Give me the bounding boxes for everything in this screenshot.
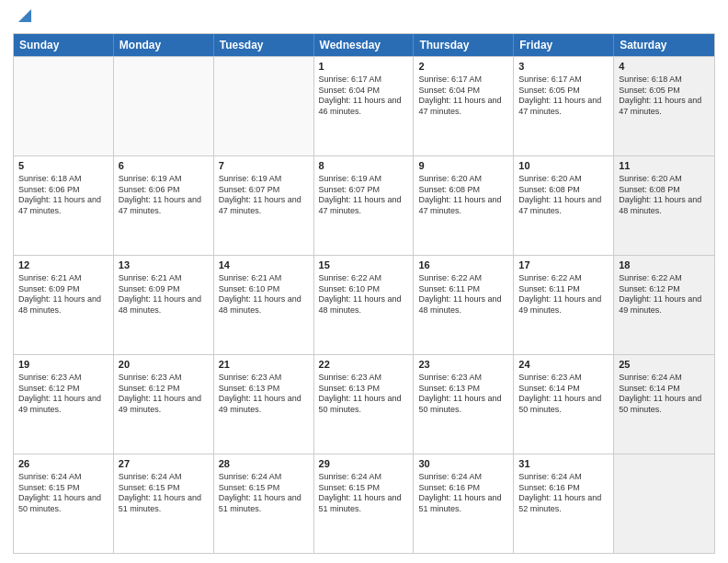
calendar-row-1: 5Sunrise: 6:18 AM Sunset: 6:06 PM Daylig…: [14, 155, 714, 255]
cal-cell-2-5: 17Sunrise: 6:22 AM Sunset: 6:11 PM Dayli…: [514, 256, 614, 354]
cell-info: Sunrise: 6:23 AM Sunset: 6:13 PM Dayligh…: [219, 373, 309, 416]
header-day-friday: Friday: [514, 34, 614, 56]
calendar-body: 1Sunrise: 6:17 AM Sunset: 6:04 PM Daylig…: [14, 56, 714, 553]
header-day-wednesday: Wednesday: [314, 34, 415, 56]
header-day-saturday: Saturday: [614, 34, 714, 56]
cell-info: Sunrise: 6:18 AM Sunset: 6:05 PM Dayligh…: [619, 75, 710, 118]
cal-cell-0-6: 4Sunrise: 6:18 AM Sunset: 6:05 PM Daylig…: [614, 57, 714, 155]
cell-info: Sunrise: 6:24 AM Sunset: 6:14 PM Dayligh…: [619, 373, 710, 416]
cell-info: Sunrise: 6:23 AM Sunset: 6:12 PM Dayligh…: [18, 373, 108, 416]
cal-cell-2-3: 15Sunrise: 6:22 AM Sunset: 6:10 PM Dayli…: [314, 256, 415, 354]
day-number: 11: [619, 159, 710, 173]
cal-cell-0-0: [14, 57, 114, 155]
cal-cell-1-1: 6Sunrise: 6:19 AM Sunset: 6:06 PM Daylig…: [114, 156, 214, 255]
day-number: 26: [18, 457, 108, 471]
cell-info: Sunrise: 6:19 AM Sunset: 6:07 PM Dayligh…: [319, 174, 409, 217]
header-day-sunday: Sunday: [14, 34, 114, 56]
day-number: 20: [119, 358, 209, 372]
cell-info: Sunrise: 6:17 AM Sunset: 6:04 PM Dayligh…: [319, 75, 409, 118]
cal-cell-4-0: 26Sunrise: 6:24 AM Sunset: 6:15 PM Dayli…: [14, 454, 114, 553]
header: [13, 9, 715, 26]
cal-cell-2-0: 12Sunrise: 6:21 AM Sunset: 6:09 PM Dayli…: [14, 256, 114, 354]
day-number: 25: [619, 358, 710, 372]
cal-cell-3-5: 24Sunrise: 6:23 AM Sunset: 6:14 PM Dayli…: [514, 355, 614, 454]
cell-info: Sunrise: 6:22 AM Sunset: 6:11 PM Dayligh…: [418, 273, 508, 316]
day-number: 14: [219, 259, 309, 272]
cal-cell-2-4: 16Sunrise: 6:22 AM Sunset: 6:11 PM Dayli…: [414, 256, 514, 354]
day-number: 8: [319, 159, 409, 173]
calendar-row-3: 19Sunrise: 6:23 AM Sunset: 6:12 PM Dayli…: [14, 354, 714, 454]
cell-info: Sunrise: 6:23 AM Sunset: 6:14 PM Dayligh…: [518, 373, 609, 416]
cell-info: Sunrise: 6:23 AM Sunset: 6:13 PM Dayligh…: [418, 373, 508, 416]
cell-info: Sunrise: 6:21 AM Sunset: 6:10 PM Dayligh…: [219, 273, 309, 316]
day-number: 18: [619, 259, 710, 272]
cal-cell-1-3: 8Sunrise: 6:19 AM Sunset: 6:07 PM Daylig…: [314, 156, 415, 255]
day-number: 7: [219, 159, 309, 173]
day-number: 3: [518, 60, 609, 74]
cell-info: Sunrise: 6:22 AM Sunset: 6:10 PM Dayligh…: [319, 273, 409, 316]
cell-info: Sunrise: 6:20 AM Sunset: 6:08 PM Dayligh…: [518, 174, 609, 217]
cal-cell-3-2: 21Sunrise: 6:23 AM Sunset: 6:13 PM Dayli…: [214, 355, 314, 454]
day-number: 15: [319, 259, 409, 272]
cal-cell-4-3: 29Sunrise: 6:24 AM Sunset: 6:15 PM Dayli…: [314, 454, 415, 553]
cell-info: Sunrise: 6:23 AM Sunset: 6:12 PM Dayligh…: [119, 373, 209, 416]
header-day-monday: Monday: [114, 34, 214, 56]
day-number: 6: [119, 159, 209, 173]
calendar-row-2: 12Sunrise: 6:21 AM Sunset: 6:09 PM Dayli…: [14, 255, 714, 354]
cal-cell-0-5: 3Sunrise: 6:17 AM Sunset: 6:05 PM Daylig…: [514, 57, 614, 155]
day-number: 12: [18, 259, 108, 272]
day-number: 4: [619, 60, 710, 74]
page: SundayMondayTuesdayWednesdayThursdayFrid…: [0, 0, 728, 563]
cal-cell-2-1: 13Sunrise: 6:21 AM Sunset: 6:09 PM Dayli…: [114, 256, 214, 354]
cell-info: Sunrise: 6:24 AM Sunset: 6:16 PM Dayligh…: [518, 472, 609, 515]
cal-cell-1-4: 9Sunrise: 6:20 AM Sunset: 6:08 PM Daylig…: [414, 156, 514, 255]
day-number: 17: [518, 259, 609, 272]
day-number: 13: [119, 259, 209, 272]
cal-cell-4-1: 27Sunrise: 6:24 AM Sunset: 6:15 PM Dayli…: [114, 454, 214, 553]
cell-info: Sunrise: 6:24 AM Sunset: 6:15 PM Dayligh…: [18, 472, 108, 515]
calendar-header: SundayMondayTuesdayWednesdayThursdayFrid…: [14, 34, 714, 56]
cal-cell-1-6: 11Sunrise: 6:20 AM Sunset: 6:08 PM Dayli…: [614, 156, 714, 255]
day-number: 30: [418, 457, 508, 471]
cell-info: Sunrise: 6:22 AM Sunset: 6:12 PM Dayligh…: [619, 273, 710, 316]
header-day-thursday: Thursday: [414, 34, 514, 56]
cell-info: Sunrise: 6:24 AM Sunset: 6:16 PM Dayligh…: [418, 472, 508, 515]
cal-cell-0-2: [214, 57, 314, 155]
cal-cell-4-4: 30Sunrise: 6:24 AM Sunset: 6:16 PM Dayli…: [414, 454, 514, 553]
cell-info: Sunrise: 6:21 AM Sunset: 6:09 PM Dayligh…: [18, 273, 108, 316]
day-number: 21: [219, 358, 309, 372]
cell-info: Sunrise: 6:17 AM Sunset: 6:04 PM Dayligh…: [418, 75, 508, 118]
cell-info: Sunrise: 6:19 AM Sunset: 6:06 PM Dayligh…: [119, 174, 209, 217]
cell-info: Sunrise: 6:19 AM Sunset: 6:07 PM Dayligh…: [219, 174, 309, 217]
cal-cell-3-1: 20Sunrise: 6:23 AM Sunset: 6:12 PM Dayli…: [114, 355, 214, 454]
day-number: 24: [518, 358, 609, 372]
day-number: 19: [18, 358, 108, 372]
day-number: 31: [518, 457, 609, 471]
day-number: 16: [418, 259, 508, 272]
calendar-row-0: 1Sunrise: 6:17 AM Sunset: 6:04 PM Daylig…: [14, 56, 714, 155]
cal-cell-1-5: 10Sunrise: 6:20 AM Sunset: 6:08 PM Dayli…: [514, 156, 614, 255]
calendar-row-4: 26Sunrise: 6:24 AM Sunset: 6:15 PM Dayli…: [14, 454, 714, 553]
day-number: 1: [319, 60, 409, 74]
svg-marker-0: [18, 9, 31, 22]
day-number: 28: [219, 457, 309, 471]
cell-info: Sunrise: 6:20 AM Sunset: 6:08 PM Dayligh…: [619, 174, 710, 217]
cal-cell-2-2: 14Sunrise: 6:21 AM Sunset: 6:10 PM Dayli…: [214, 256, 314, 354]
cal-cell-4-5: 31Sunrise: 6:24 AM Sunset: 6:16 PM Dayli…: [514, 454, 614, 553]
cell-info: Sunrise: 6:21 AM Sunset: 6:09 PM Dayligh…: [119, 273, 209, 316]
cal-cell-4-2: 28Sunrise: 6:24 AM Sunset: 6:15 PM Dayli…: [214, 454, 314, 553]
logo-icon: [15, 6, 35, 26]
cell-info: Sunrise: 6:24 AM Sunset: 6:15 PM Dayligh…: [119, 472, 209, 515]
day-number: 9: [418, 159, 508, 173]
header-day-tuesday: Tuesday: [214, 34, 314, 56]
day-number: 23: [418, 358, 508, 372]
cal-cell-1-2: 7Sunrise: 6:19 AM Sunset: 6:07 PM Daylig…: [214, 156, 314, 255]
calendar: SundayMondayTuesdayWednesdayThursdayFrid…: [13, 33, 715, 554]
cell-info: Sunrise: 6:24 AM Sunset: 6:15 PM Dayligh…: [319, 472, 409, 515]
cal-cell-0-1: [114, 57, 214, 155]
cell-info: Sunrise: 6:17 AM Sunset: 6:05 PM Dayligh…: [518, 75, 609, 118]
cell-info: Sunrise: 6:23 AM Sunset: 6:13 PM Dayligh…: [319, 373, 409, 416]
cal-cell-0-4: 2Sunrise: 6:17 AM Sunset: 6:04 PM Daylig…: [414, 57, 514, 155]
day-number: 22: [319, 358, 409, 372]
day-number: 27: [119, 457, 209, 471]
